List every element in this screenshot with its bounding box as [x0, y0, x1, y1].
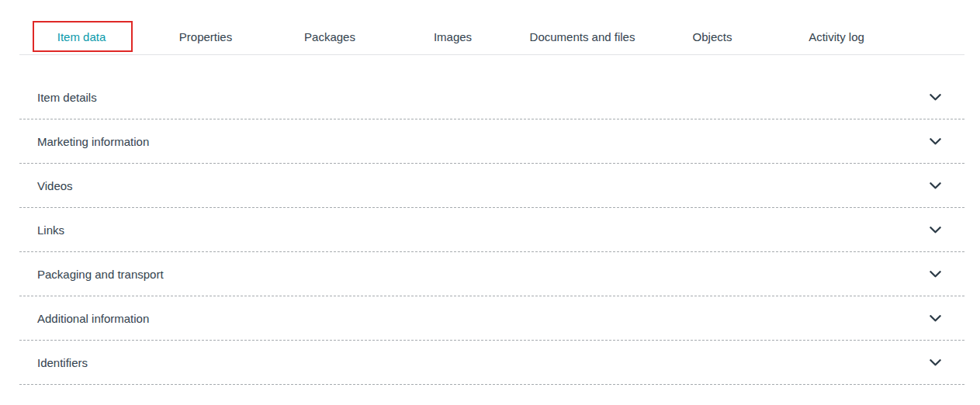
- chevron-down-icon[interactable]: [930, 138, 941, 145]
- accordion-section-identifiers[interactable]: Identifiers: [19, 341, 964, 385]
- tab-activity-log[interactable]: Activity log: [774, 0, 899, 54]
- chevron-down-icon[interactable]: [930, 315, 941, 322]
- tab-label: Packages: [304, 30, 355, 43]
- accordion-section-label: Videos: [37, 179, 73, 192]
- tab-images[interactable]: Images: [392, 0, 514, 54]
- accordion-section-marketing-information[interactable]: Marketing information: [19, 119, 964, 164]
- tab-objects[interactable]: Objects: [651, 0, 774, 54]
- tab-label: Activity log: [809, 30, 864, 43]
- tab-packages[interactable]: Packages: [268, 0, 392, 54]
- accordion-section-label: Identifiers: [37, 356, 88, 369]
- accordion-section-links[interactable]: Links: [19, 208, 964, 252]
- chevron-down-icon[interactable]: [930, 271, 941, 278]
- accordion-section-label: Packaging and transport: [37, 268, 164, 281]
- tab-label: Item data: [57, 30, 106, 43]
- accordion-section-label: Item details: [37, 91, 97, 104]
- accordion-section-packaging-and-transport[interactable]: Packaging and transport: [19, 252, 964, 296]
- tab-item-data[interactable]: Item data: [19, 0, 144, 54]
- accordion-section-label: Marketing information: [37, 135, 149, 148]
- chevron-down-icon[interactable]: [930, 359, 941, 366]
- accordion-section-label: Additional information: [37, 312, 149, 325]
- chevron-down-icon[interactable]: [930, 94, 941, 101]
- tab-properties[interactable]: Properties: [144, 0, 268, 54]
- accordion-section-additional-information[interactable]: Additional information: [19, 296, 964, 341]
- tab-label: Images: [434, 30, 472, 43]
- tab-label: Documents and files: [530, 30, 635, 43]
- accordion-list: Item details Marketing information Video…: [19, 75, 964, 385]
- chevron-down-icon[interactable]: [930, 227, 941, 234]
- accordion-section-videos[interactable]: Videos: [19, 164, 964, 208]
- accordion-section-label: Links: [37, 223, 64, 237]
- chevron-down-icon[interactable]: [930, 182, 941, 189]
- tab-documents-and-files[interactable]: Documents and files: [514, 0, 651, 54]
- item-data-page: Item data Properties Packages Images Doc…: [0, 0, 980, 405]
- accordion-section-item-details[interactable]: Item details: [19, 75, 964, 119]
- tab-label: Objects: [693, 30, 732, 43]
- tab-label: Properties: [179, 30, 232, 43]
- tab-bar: Item data Properties Packages Images Doc…: [19, 0, 964, 55]
- tab-list: Item data Properties Packages Images Doc…: [19, 0, 964, 54]
